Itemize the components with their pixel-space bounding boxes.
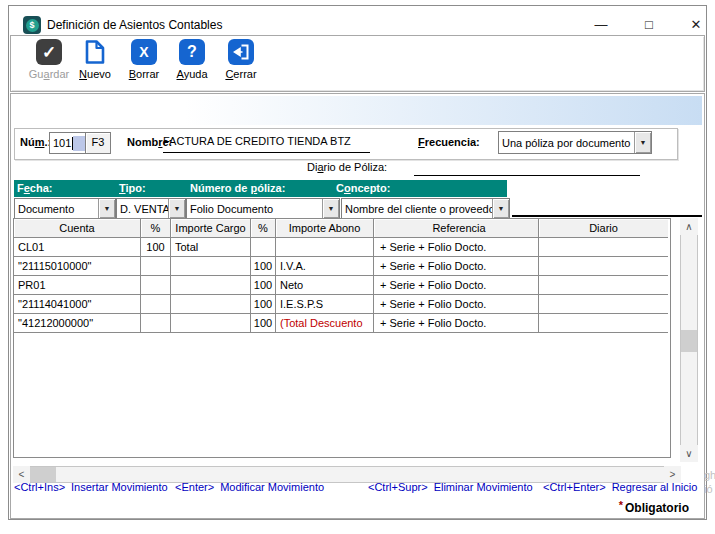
close-icon: ✕ xyxy=(691,17,702,32)
cell-pct-cargo xyxy=(141,257,171,276)
chevron-down-icon[interactable]: ▼ xyxy=(98,199,115,218)
grid-row[interactable]: "21115010000" 100 I.V.A. + Serie + Folio… xyxy=(14,257,668,276)
diario-poliza-label: Diario de Póliza: xyxy=(307,161,387,173)
concepto-label: Concepto: xyxy=(336,182,390,194)
cell-pct-abono: 100 xyxy=(251,257,276,276)
col-header-cuenta: Cuenta xyxy=(14,219,141,238)
titlebar[interactable]: $ Definición de Asientos Contables — □ ✕ xyxy=(9,6,704,34)
shortcut-eliminar: <Ctrl+Supr>Eliminar Movimiento xyxy=(368,481,533,493)
scroll-up-icon[interactable]: ∧ xyxy=(680,218,698,235)
minimize-button[interactable]: — xyxy=(592,16,610,34)
horizontal-scrollbar-thumb[interactable] xyxy=(30,467,56,482)
cell-importe-abono: (Total Descuento xyxy=(276,314,374,333)
cell-cuenta: "21115010000" xyxy=(14,257,141,276)
maximize-icon: □ xyxy=(645,17,653,32)
cell-pct-abono: 100 xyxy=(251,314,276,333)
cell-diario xyxy=(539,257,668,276)
delete-button[interactable]: X Borrar xyxy=(121,39,167,87)
cell-diario xyxy=(539,276,668,295)
grid-header-row: Cuenta % Importe Cargo % Importe Abono R… xyxy=(14,219,668,238)
tipo-select[interactable]: D. VENTA ▼ xyxy=(116,198,186,219)
vertical-scrollbar-thumb[interactable] xyxy=(681,330,697,352)
grid-row[interactable]: PR01 100 Neto + Serie + Folio Docto. xyxy=(14,276,668,295)
new-document-icon xyxy=(82,39,108,65)
exit-door-icon xyxy=(228,39,254,65)
cell-pct-cargo: 100 xyxy=(141,238,171,257)
cell-referencia: + Serie + Folio Docto. xyxy=(374,314,539,333)
num-label: Núm.: xyxy=(20,136,51,148)
close-button[interactable]: ✕ xyxy=(687,16,705,34)
grid-row[interactable]: "21114041000" 100 I.E.S.P.S + Serie + Fo… xyxy=(14,295,668,314)
cell-referencia: + Serie + Folio Docto. xyxy=(374,238,539,257)
new-button[interactable]: Nuevo xyxy=(72,39,118,87)
grid-row[interactable]: "41212000000" 100 (Total Descuento + Ser… xyxy=(14,314,668,333)
cell-pct-abono: 100 xyxy=(251,276,276,295)
cell-cuenta: PR01 xyxy=(14,276,141,295)
save-button-label: Guardar xyxy=(26,68,72,80)
dollar-icon: $ xyxy=(26,19,39,32)
required-asterisk: * xyxy=(619,499,623,511)
cell-importe-cargo xyxy=(171,276,251,295)
cell-cuenta: CL01 xyxy=(14,238,141,257)
cell-pct-cargo xyxy=(141,314,171,333)
app-icon: $ xyxy=(23,16,41,34)
cell-importe-cargo: Total xyxy=(171,238,251,257)
chevron-down-icon[interactable]: ▼ xyxy=(322,199,339,218)
numero-poliza-label: Número de póliza: xyxy=(190,182,285,194)
cell-cuenta: "21114041000" xyxy=(14,295,141,314)
cell-importe-cargo xyxy=(171,314,251,333)
cell-importe-cargo xyxy=(171,295,251,314)
frecuencia-label: Frecuencia: xyxy=(418,136,480,148)
delete-x-icon: X xyxy=(131,39,157,65)
numero-poliza-select[interactable]: Folio Documento ▼ xyxy=(186,198,340,219)
cell-cuenta: "41212000000" xyxy=(14,314,141,333)
cell-pct-cargo xyxy=(141,276,171,295)
required-note: *Obligatorio xyxy=(619,499,689,515)
cell-diario xyxy=(539,314,668,333)
cell-importe-abono xyxy=(276,238,374,257)
col-header-importe-abono: Importe Abono xyxy=(276,219,374,238)
help-button-label: Ayuda xyxy=(169,68,215,80)
exit-button[interactable]: Cerrar xyxy=(218,39,264,87)
cell-referencia: + Serie + Folio Docto. xyxy=(374,295,539,314)
cell-importe-cargo xyxy=(171,257,251,276)
fecha-label: Fecha: xyxy=(17,182,52,194)
chevron-down-icon[interactable]: ▼ xyxy=(634,132,651,153)
cell-importe-abono: Neto xyxy=(276,276,374,295)
cell-diario xyxy=(539,238,668,257)
save-check-icon: ✓ xyxy=(36,39,62,65)
num-input[interactable]: 101 xyxy=(49,132,89,154)
cell-pct-abono xyxy=(251,238,276,257)
maximize-button[interactable]: □ xyxy=(640,16,658,34)
nombre-field[interactable]: FACTURA DE CREDITO TIENDA BTZ xyxy=(163,135,370,153)
concepto-select[interactable]: Nombre del cliente o proveedor ▼ xyxy=(341,198,510,219)
background-text-fragment: ió xyxy=(704,483,713,495)
scroll-down-icon[interactable]: ∨ xyxy=(680,445,698,462)
delete-button-label: Borrar xyxy=(121,68,167,80)
minimize-icon: — xyxy=(595,17,608,32)
header-gradient-band xyxy=(12,96,702,125)
col-header-pct-cargo: % xyxy=(141,219,171,238)
exit-button-label: Cerrar xyxy=(218,68,264,80)
diario-poliza-field[interactable] xyxy=(414,159,640,176)
cell-importe-abono: I.V.A. xyxy=(276,257,374,276)
cell-importe-abono: I.E.S.P.S xyxy=(276,295,374,314)
window-title: Definición de Asientos Contables xyxy=(47,18,222,32)
fecha-select[interactable]: Documento ▼ xyxy=(14,198,116,219)
col-header-diario: Diario xyxy=(539,219,668,238)
shortcut-regresar: <Ctrl+Enter>Regresar al Inicio xyxy=(543,481,697,493)
tipo-label: Tipo: xyxy=(119,182,146,194)
frecuencia-select[interactable]: Una póliza por documento ▼ xyxy=(498,131,652,154)
cell-diario xyxy=(539,295,668,314)
shortcut-modificar: <Enter>Modificar Movimiento xyxy=(175,481,324,493)
chevron-down-icon[interactable]: ▼ xyxy=(168,199,185,218)
concepto-extra-field[interactable] xyxy=(512,198,702,217)
grid-row[interactable]: CL01 100 Total + Serie + Folio Docto. xyxy=(14,238,668,257)
col-header-importe-cargo: Importe Cargo xyxy=(171,219,251,238)
chevron-down-icon[interactable]: ▼ xyxy=(492,199,509,218)
f3-button[interactable]: F3 xyxy=(85,132,111,154)
cell-pct-abono: 100 xyxy=(251,295,276,314)
help-button[interactable]: ? Ayuda xyxy=(169,39,215,87)
shortcut-insertar: <Ctrl+Ins>Insertar Movimiento xyxy=(14,481,168,493)
save-button[interactable]: ✓ Guardar xyxy=(26,39,72,87)
